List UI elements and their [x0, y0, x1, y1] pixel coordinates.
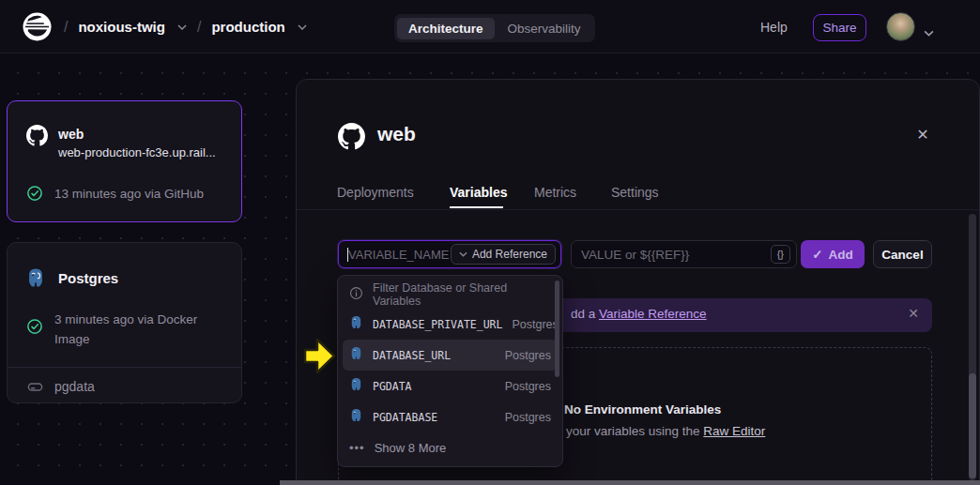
add-reference-label: Add Reference: [472, 248, 547, 261]
deploy-success-icon: [26, 185, 43, 205]
scrollbar-thumb[interactable]: [969, 373, 976, 478]
dropdown-item-name: PGDATA: [373, 380, 412, 393]
railway-dashboard: / noxious-twig / production Architecture…: [0, 0, 980, 485]
dropdown-filter-placeholder: Filter Database or Shared Variables: [373, 281, 551, 308]
service-name: Postgres: [58, 270, 118, 286]
breadcrumb: / noxious-twig / production: [64, 0, 307, 53]
github-icon: [338, 123, 365, 154]
variable-name-field[interactable]: Add Reference: [338, 240, 561, 268]
postgres-icon: [349, 315, 363, 333]
dropdown-item-source: Postgres: [505, 411, 551, 424]
tab-observability[interactable]: Observability: [497, 18, 592, 39]
cancel-button[interactable]: Cancel: [873, 240, 932, 268]
tab-settings[interactable]: Settings: [611, 185, 659, 200]
check-icon: ✓: [812, 247, 822, 262]
empty-state-title: No Environment Variables: [564, 402, 721, 417]
active-tab-underline: [450, 206, 503, 208]
service-domain[interactable]: web-production-fc3e.up.rail...: [58, 145, 216, 159]
view-switcher: Architecture Observability: [394, 14, 595, 42]
dropdown-scrollbar[interactable]: [555, 280, 559, 377]
deploy-success-icon: [26, 318, 43, 339]
banner-text: dd a Variable Reference: [571, 307, 707, 321]
github-icon: [26, 125, 48, 150]
show-more-label: Show 8 More: [375, 441, 447, 455]
variable-value-field[interactable]: {}: [571, 240, 797, 268]
service-panel: web ✕ Deployments Variables Metrics Sett…: [296, 79, 980, 485]
service-card-postgres[interactable]: Postgres 3 minutes ago via Docker Image …: [7, 242, 242, 403]
tabs-divider: [297, 209, 979, 210]
variable-value-input[interactable]: [581, 242, 750, 266]
environment-name[interactable]: production: [211, 19, 284, 35]
dropdown-item-name: DATABASE_PRIVATE_URL: [373, 318, 502, 331]
dropdown-item-name: PGDATABASE: [373, 411, 437, 424]
dropdown-item-name: DATABASE_URL: [373, 349, 451, 362]
deploy-status: 13 minutes ago via GitHub: [54, 187, 204, 201]
dropdown-item[interactable]: PGDATA Postgres: [338, 371, 562, 402]
volume-name[interactable]: pgdata: [54, 379, 95, 394]
dropdown-item[interactable]: PGDATABASE Postgres: [338, 402, 562, 432]
banner-close-icon[interactable]: ✕: [908, 306, 919, 321]
dropdown-item-source: Postgres: [512, 318, 558, 331]
dropdown-item-source: Postgres: [505, 380, 551, 393]
variable-reference-dropdown: Filter Database or Shared Variables DATA…: [337, 275, 563, 467]
project-name[interactable]: noxious-twig: [78, 19, 165, 35]
dropdown-filter[interactable]: Filter Database or Shared Variables: [338, 280, 562, 309]
highlight-arrow: [302, 335, 337, 381]
add-label: Add: [829, 248, 853, 262]
dropdown-item[interactable]: DATABASE_PRIVATE_URL Postgres: [338, 309, 562, 340]
postgres-icon: [349, 377, 363, 395]
tab-deployments[interactable]: Deployments: [337, 185, 414, 200]
vertical-scrollbar[interactable]: [969, 214, 976, 480]
panel-title: web: [377, 123, 416, 145]
user-avatar[interactable]: [886, 12, 915, 41]
braces-icon[interactable]: {}: [771, 245, 790, 264]
breadcrumb-slash: /: [197, 19, 201, 36]
tab-variables[interactable]: Variables: [450, 185, 508, 200]
share-button[interactable]: Share: [813, 14, 866, 41]
raw-editor-link[interactable]: Raw Editor: [703, 424, 765, 438]
tab-architecture[interactable]: Architecture: [397, 18, 495, 39]
breadcrumb-slash: /: [64, 19, 68, 36]
service-name: web: [58, 127, 84, 142]
empty-state-subtitle: your variables using the Raw Editor: [566, 424, 765, 438]
dropdown-item-highlighted[interactable]: DATABASE_URL Postgres: [343, 340, 558, 371]
variable-reference-link[interactable]: Variable Reference: [599, 307, 707, 321]
railway-logo-icon[interactable]: [23, 12, 52, 41]
volume-icon: [26, 378, 44, 400]
chevron-down-icon[interactable]: [924, 23, 934, 40]
dropdown-show-more[interactable]: ••• Show 8 More: [338, 432, 562, 463]
postgres-icon: [349, 346, 363, 364]
chevron-down-icon[interactable]: [298, 24, 307, 30]
window-bottom-edge: [280, 480, 980, 485]
postgres-icon: [25, 267, 46, 292]
card-divider: [8, 367, 241, 368]
add-variable-button[interactable]: ✓ Add: [801, 240, 865, 268]
tab-metrics[interactable]: Metrics: [534, 185, 576, 200]
info-icon: [349, 286, 363, 303]
variable-name-input[interactable]: [348, 242, 459, 266]
dropdown-item-source: Postgres: [505, 349, 551, 362]
add-reference-button[interactable]: Add Reference: [451, 244, 556, 265]
help-link[interactable]: Help: [760, 20, 788, 35]
top-nav: / noxious-twig / production Architecture…: [0, 0, 980, 53]
postgres-icon: [349, 408, 363, 426]
chevron-down-icon[interactable]: [177, 24, 187, 30]
service-card-web[interactable]: web web-production-fc3e.up.rail... 13 mi…: [7, 100, 242, 222]
ellipsis-icon: •••: [349, 441, 365, 455]
close-icon[interactable]: ✕: [912, 124, 933, 144]
deploy-status: 3 minutes ago via Docker Image: [54, 310, 219, 349]
